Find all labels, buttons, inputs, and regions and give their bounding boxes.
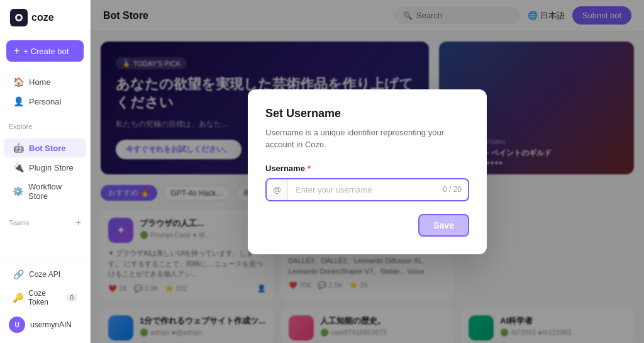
sidebar-item-token-label: Coze Token [28,289,61,306]
api-icon: 🔗 [13,269,24,279]
sidebar-item-home-label: Home [29,77,51,87]
modal-actions: Save [265,214,469,237]
main-content: Bot Store 🔍 🌐 日本語 Submit bot 🥇 TODAY'S P… [91,0,644,343]
sidebar-item-token[interactable]: 🔑 Coze Token 0 [4,284,86,311]
save-button[interactable]: Save [418,214,469,237]
svg-point-1 [17,16,21,20]
required-mark: * [308,164,311,173]
main-nav: 🏠 Home 👤 Personal [0,67,90,116]
char-count: 0 / 20 [436,179,468,200]
modal-input-wrapper: @ 0 / 20 [265,178,469,201]
sidebar-item-bot-store-label: Bot Store [29,143,66,153]
sidebar-item-api-label: Coze API [29,270,60,279]
add-team-button[interactable]: + [75,217,81,228]
modal-overlay: Set Username Username is a unique identi… [91,0,644,343]
token-badge: 0 [66,293,77,302]
sidebar: coze + + Create bot 🏠 Home 👤 Personal Ex… [0,0,91,343]
username: usermynAIN [30,320,72,329]
set-username-modal: Set Username Username is a unique identi… [248,89,487,254]
sidebar-item-personal[interactable]: 👤 Personal [4,92,86,111]
teams-section-header: Teams + [0,211,90,231]
sidebar-item-bot-store[interactable]: 🤖 Bot Store [4,138,86,157]
user-row[interactable]: U usermynAIN [0,312,90,338]
sidebar-item-workflow-store[interactable]: ⚙️ Workflow Store [4,177,86,205]
plus-icon: + [14,45,19,57]
input-prefix: @ [267,179,288,200]
bot-store-icon: 🤖 [13,143,24,153]
sidebar-item-plugin-store[interactable]: 🔌 Plugin Store [4,158,86,177]
explore-section-label: Explore [0,116,90,133]
logo-icon [10,9,28,26]
home-icon: 🏠 [13,77,24,87]
avatar: U [9,317,25,333]
explore-nav: 🤖 Bot Store 🔌 Plugin Store ⚙️ Workflow S… [0,133,90,211]
username-input[interactable] [288,179,436,200]
teams-label: Teams [9,219,29,227]
plugin-icon: 🔌 [13,162,24,172]
create-bot-label: + Create bot [23,47,69,56]
sidebar-item-workflow-store-label: Workflow Store [28,182,77,201]
sidebar-bottom: 🔗 Coze API 🔑 Coze Token 0 U usermynAIN [0,259,90,343]
sidebar-item-home[interactable]: 🏠 Home [4,72,86,91]
modal-title: Set Username [265,107,469,120]
sidebar-item-personal-label: Personal [29,97,61,106]
avatar-initials: U [14,322,19,329]
personal-icon: 👤 [13,96,24,106]
create-bot-button[interactable]: + + Create bot [6,40,84,62]
modal-description: Username is a unique identifier represen… [265,127,469,151]
workflow-icon: ⚙️ [13,186,23,196]
logo: coze [0,0,90,35]
token-icon: 🔑 [13,293,23,303]
sidebar-item-api[interactable]: 🔗 Coze API [4,265,86,284]
modal-username-label: Username * [265,164,469,173]
logo-text: coze [31,12,54,23]
sidebar-item-plugin-store-label: Plugin Store [29,163,74,172]
